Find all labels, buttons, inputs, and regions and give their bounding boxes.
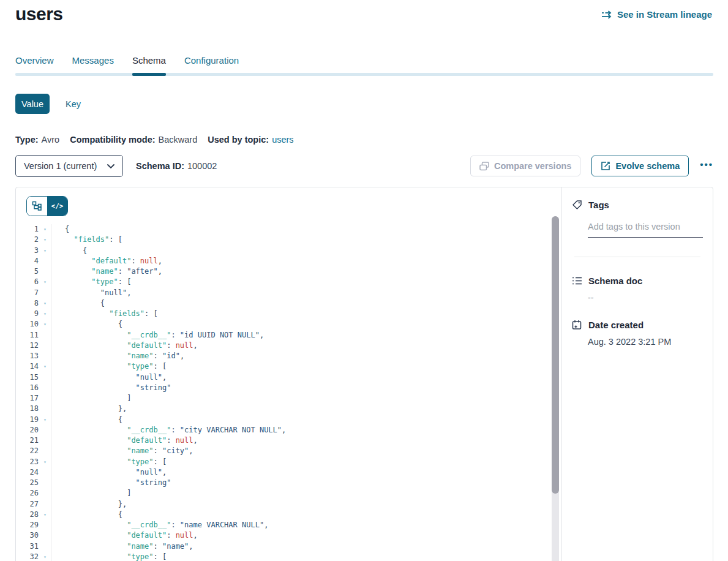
fold-toggle-icon[interactable]: ▾ [39, 415, 51, 425]
fold-toggle-icon[interactable]: ▾ [39, 361, 51, 372]
code-text: { [51, 246, 87, 256]
line-number: 13 [16, 351, 39, 361]
code-line: 21 "default": null, [16, 435, 561, 446]
fold-toggle-icon[interactable]: ▾ [39, 235, 51, 245]
compare-icon [479, 162, 489, 171]
stream-lineage-link[interactable]: See in Stream lineage [601, 9, 712, 20]
editor-scrollbar-thumb[interactable] [552, 216, 559, 494]
compare-versions-button[interactable]: Compare versions [470, 156, 581, 176]
date-created-value: Aug. 3 2022 3:21 PM [588, 337, 703, 347]
fold-toggle-icon[interactable]: ▾ [39, 319, 51, 329]
line-number: 12 [16, 341, 39, 351]
code-line: 22 "name": "city", [16, 446, 561, 456]
used-by-topic-link[interactable]: users [272, 135, 293, 145]
code-line: 28▾ { [16, 510, 561, 520]
code-line: 20 "__crdb__": "city VARCHAR NOT NULL", [16, 425, 561, 435]
tab-configuration[interactable]: Configuration [184, 55, 239, 76]
code-text: "string" [51, 478, 171, 488]
fold-spacer [39, 541, 51, 552]
code-text: "__crdb__": "city VARCHAR NOT NULL", [51, 425, 286, 435]
code-line: 15 "null", [16, 372, 561, 383]
list-icon [572, 276, 582, 285]
code-line: 30 "default": null, [16, 530, 561, 541]
more-options-button[interactable]: ••• [700, 159, 713, 173]
line-number: 14 [16, 361, 39, 372]
evolve-schema-button[interactable]: Evolve schema [591, 156, 689, 176]
line-number: 21 [16, 435, 39, 446]
code-text: { [51, 319, 122, 329]
schema-doc-title: Schema doc [588, 276, 642, 286]
fold-spacer [39, 435, 51, 446]
key-toggle-button[interactable]: Key [66, 99, 81, 109]
code-line: 10▾ { [16, 319, 561, 329]
tab-overview[interactable]: Overview [15, 55, 54, 76]
code-text: { [51, 510, 122, 520]
tree-view-icon [32, 201, 42, 211]
line-number: 29 [16, 520, 39, 530]
line-number: 20 [16, 425, 39, 435]
code-text: "name": "after", [51, 266, 162, 277]
line-number: 22 [16, 446, 39, 456]
code-line: 2▾ "fields": [ [16, 235, 561, 245]
tab-schema[interactable]: Schema [132, 55, 166, 76]
fold-spacer [39, 351, 51, 361]
code-text: }, [51, 499, 127, 510]
fold-spacer [39, 383, 51, 393]
fold-spacer [39, 488, 51, 499]
line-number: 25 [16, 478, 39, 488]
fold-toggle-icon[interactable]: ▾ [39, 552, 51, 561]
code-text: "type": [ [51, 552, 167, 561]
value-toggle-button[interactable]: Value [15, 94, 50, 114]
line-number: 31 [16, 541, 39, 552]
code-line: 4 "default": null, [16, 256, 561, 266]
add-tags-input[interactable] [588, 222, 703, 238]
code-text: "type": [ [51, 277, 131, 287]
line-number: 7 [16, 288, 39, 298]
code-line: 8▾ { [16, 298, 561, 309]
code-text: "fields": [ [51, 235, 122, 245]
fold-toggle-icon[interactable]: ▾ [39, 510, 51, 520]
fold-toggle-icon[interactable]: ▾ [39, 298, 51, 309]
line-number: 30 [16, 530, 39, 541]
code-text: "default": null, [51, 341, 198, 351]
code-line: 1▾{ [16, 224, 561, 235]
fold-toggle-icon[interactable]: ▾ [39, 457, 51, 467]
code-line: 26 ] [16, 488, 561, 499]
version-select[interactable]: Version 1 (current) [15, 155, 123, 177]
code-text: "default": null, [51, 530, 198, 541]
fold-spacer [39, 288, 51, 298]
page-title: users [15, 4, 63, 24]
code-view-button[interactable]: </> [47, 197, 67, 216]
used-by-topic-label: Used by topic: [208, 135, 269, 145]
schema-code-editor[interactable]: 1▾{2▾ "fields": [3▾ {4 "default": null,5… [16, 224, 561, 561]
line-number: 2 [16, 235, 39, 245]
code-text: "__crdb__": "id UUID NOT NULL", [51, 330, 264, 341]
code-line: 9▾ "fields": [ [16, 309, 561, 319]
code-text: ] [51, 488, 131, 499]
code-line: 24 "null", [16, 467, 561, 478]
schema-code-panel: </> 1▾{2▾ "fields": [3▾ {4 "default": nu… [16, 187, 561, 561]
tree-view-button[interactable] [27, 197, 47, 216]
stream-lineage-label: See in Stream lineage [617, 9, 712, 20]
code-line: 19▾ { [16, 415, 561, 425]
fold-spacer [39, 404, 51, 414]
line-number: 18 [16, 404, 39, 414]
line-number: 26 [16, 488, 39, 499]
code-text: "name": "name", [51, 541, 193, 552]
schema-id-value: 100002 [187, 161, 217, 171]
tab-messages[interactable]: Messages [72, 55, 114, 76]
fold-toggle-icon[interactable]: ▾ [39, 309, 51, 319]
tags-section-header: Tags [572, 200, 703, 210]
schema-doc-value: -- [588, 293, 703, 303]
code-line: 5 "name": "after", [16, 266, 561, 277]
line-number: 3 [16, 246, 39, 256]
code-text: "null", [51, 467, 167, 478]
tab-bar: Overview Messages Schema Configuration [15, 55, 713, 76]
code-line: 3▾ { [16, 246, 561, 256]
chevron-down-icon [107, 164, 114, 168]
fold-toggle-icon[interactable]: ▾ [39, 246, 51, 256]
compatibility-label: Compatibility mode: [70, 135, 155, 145]
line-number: 28 [16, 510, 39, 520]
fold-toggle-icon[interactable]: ▾ [39, 224, 51, 235]
fold-toggle-icon[interactable]: ▾ [39, 277, 51, 287]
